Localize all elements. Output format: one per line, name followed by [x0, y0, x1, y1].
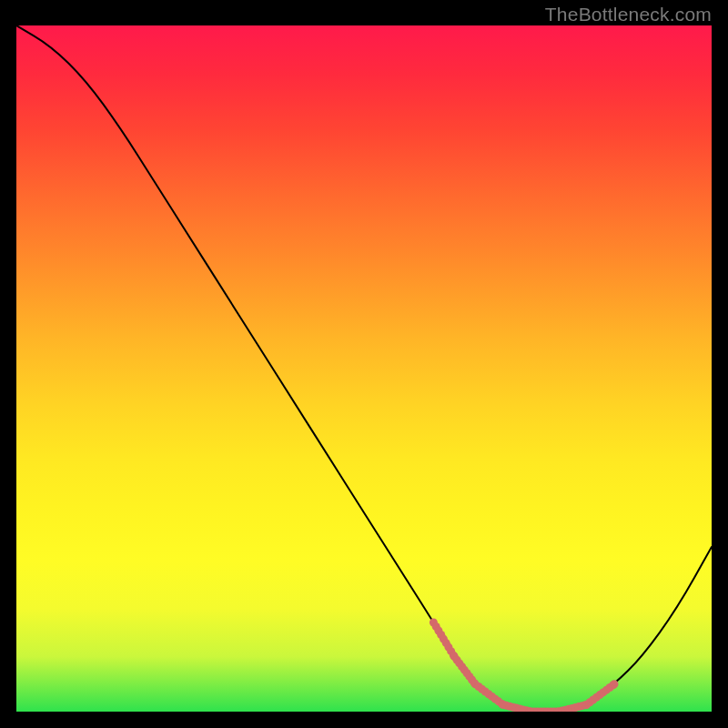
outer-frame: TheBottleneck.com [0, 0, 728, 728]
svg-point-63 [611, 680, 619, 688]
highlight-band [16, 25, 712, 712]
watermark-text: TheBottleneck.com [545, 4, 712, 25]
plot-area [16, 25, 712, 712]
